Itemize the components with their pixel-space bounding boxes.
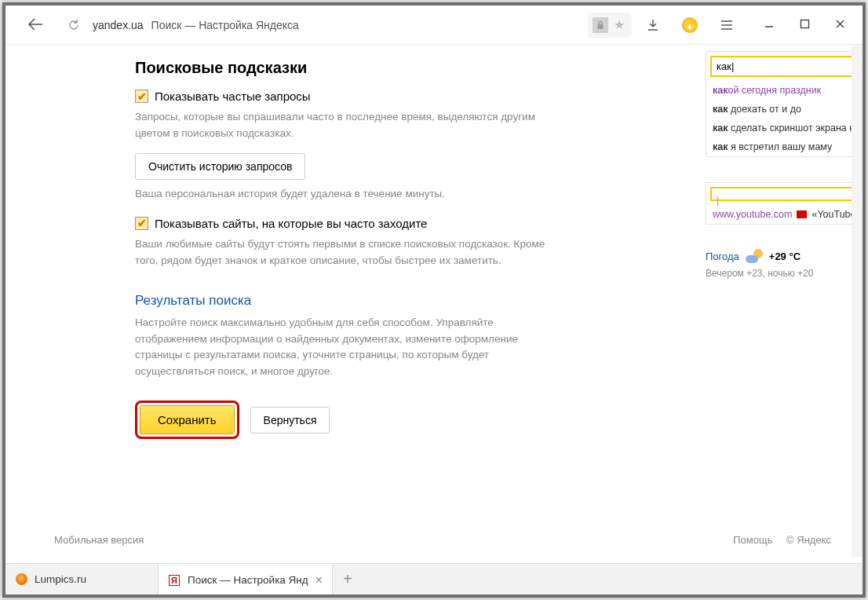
preview-suggestions: как| какой сегодня праздник как доехать … (706, 51, 863, 157)
window-minimize-button[interactable] (764, 18, 775, 32)
browser-window: yandex.ua Поиск — Настройка Яндекса ★ (2, 2, 866, 598)
address-bar[interactable]: yandex.ua Поиск — Настройка Яндекса ★ (87, 13, 632, 38)
preview-suggestion-item: как доехать от и до (706, 100, 863, 119)
favicon-yandex-icon: Я (169, 575, 180, 586)
tab-label: Поиск — Настройка Янд (188, 574, 308, 586)
protect-icon[interactable] (682, 17, 698, 33)
checkbox-frequent-queries[interactable]: ✔ (135, 90, 148, 103)
reload-button[interactable] (65, 16, 82, 34)
frequent-sites-desc: Ваши любимые сайты будут стоять первыми … (135, 236, 551, 269)
preview-sites: | www.youtube.com «YouTube» — (706, 182, 863, 225)
save-button[interactable]: Сохранить (140, 405, 235, 434)
lock-icon[interactable] (593, 17, 608, 33)
window-maximize-button[interactable] (800, 18, 810, 32)
weather-sub: Вечером +23, ночью +20 (706, 268, 813, 279)
clear-history-button[interactable]: Очистить историю запросов (135, 153, 305, 180)
youtube-icon (797, 210, 807, 218)
tab-label: Lumpics.ru (35, 573, 86, 585)
tab-strip: Lumpics.ru Я Поиск — Настройка Янд × + (5, 563, 863, 595)
weather-icon (746, 249, 763, 263)
search-results-link[interactable]: Результаты поиска (135, 293, 551, 309)
checkbox-frequent-sites[interactable]: ✔ (135, 217, 148, 230)
checkbox-frequent-sites-label: Показывать сайты, на которые вы часто за… (155, 217, 427, 230)
menu-icon[interactable] (720, 18, 734, 32)
preview-suggestion-item: как сделать скриншот экрана на компь (706, 119, 863, 137)
scrollbar[interactable] (852, 45, 863, 557)
tab-lumpics[interactable]: Lumpics.ru (5, 564, 159, 595)
svg-rect-1 (801, 20, 809, 27)
checkbox-frequent-queries-label: Показывать частые запросы (155, 90, 311, 103)
back-button-page[interactable]: Вернуться (250, 407, 330, 434)
clear-history-note: Ваша персональная история будет удалена … (135, 186, 551, 203)
copyright-text: © Яндекс (786, 534, 831, 546)
frequent-queries-desc: Запросы, которые вы спрашивали часто в п… (135, 109, 551, 142)
new-tab-button[interactable]: + (333, 564, 363, 595)
tab-close-icon[interactable]: × (315, 573, 323, 587)
weather-temp: +29 °C (769, 251, 801, 262)
download-icon[interactable] (646, 18, 660, 32)
preview-suggestion-item: как я встретил вашу маму (706, 137, 863, 156)
preview-suggestion-item: какой сегодня праздник (706, 81, 863, 100)
window-close-button[interactable] (835, 18, 845, 32)
page-footer: Мобильная версия Помощь © Яндекс (5, 534, 863, 546)
browser-toolbar: yandex.ua Поиск — Настройка Яндекса ★ (5, 5, 863, 45)
preview-weather: Погода +29 °C Вечером +23, ночью +20 (706, 249, 813, 279)
favicon-lumpics-icon (16, 573, 27, 585)
back-button[interactable] (20, 15, 51, 35)
annotation-highlight: Сохранить (135, 401, 239, 439)
tab-yandex-settings[interactable]: Я Поиск — Настройка Янд × (159, 564, 333, 595)
address-domain: yandex.ua (93, 19, 144, 31)
search-results-desc: Настройте поиск максимально удобным для … (135, 315, 551, 381)
address-title: Поиск — Настройка Яндекса (151, 19, 299, 31)
bookmark-star-icon[interactable]: ★ (611, 17, 627, 33)
page-content: Поисковые подсказки ✔ Показывать частые … (5, 45, 863, 557)
section-heading: Поисковые подсказки (135, 59, 551, 77)
svg-rect-0 (598, 24, 604, 29)
preview-sites-input: | (710, 187, 863, 201)
preview-site-row: www.youtube.com «YouTube» — (706, 205, 863, 224)
preview-search-input: как| (710, 56, 863, 77)
weather-label: Погода (706, 251, 739, 262)
help-link[interactable]: Помощь (733, 534, 772, 546)
mobile-version-link[interactable]: Мобильная версия (54, 534, 144, 546)
